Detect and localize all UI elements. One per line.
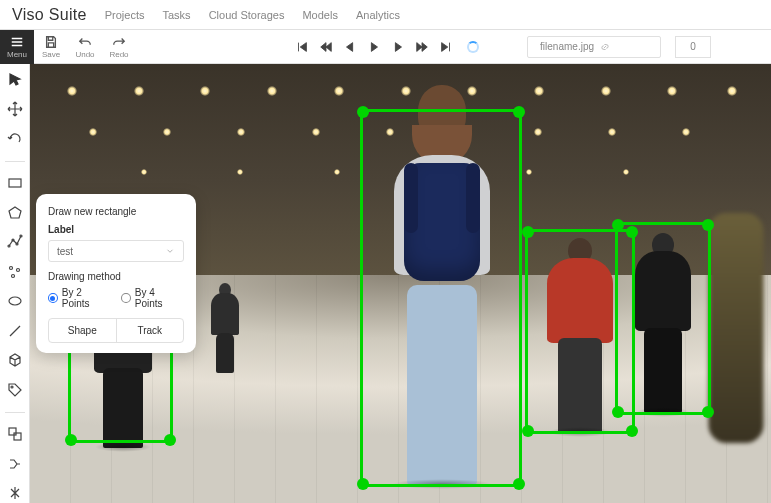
svg-rect-10 xyxy=(9,428,16,435)
svg-point-7 xyxy=(11,274,14,277)
undo-button[interactable]: Undo xyxy=(68,30,102,64)
fast-forward-icon xyxy=(415,40,429,54)
svg-point-8 xyxy=(9,297,21,305)
polyline-tool[interactable] xyxy=(5,233,25,253)
rewind-icon xyxy=(319,40,333,54)
radio-by-4-points[interactable]: By 4 Points xyxy=(121,287,184,309)
resize-handle-icon[interactable] xyxy=(164,434,176,446)
svg-rect-0 xyxy=(9,179,21,187)
resize-handle-icon[interactable] xyxy=(65,434,77,446)
nav-projects[interactable]: Projects xyxy=(105,9,145,21)
draw-rectangle-popup: Draw new rectangle Label test Drawing me… xyxy=(36,194,196,353)
last-frame-button[interactable] xyxy=(437,38,455,56)
menu-icon xyxy=(10,35,24,49)
undo-icon xyxy=(78,35,92,49)
merge-tool[interactable] xyxy=(5,454,25,474)
resize-handle-icon[interactable] xyxy=(357,478,369,490)
play-icon xyxy=(367,40,381,54)
group-tool[interactable] xyxy=(5,425,25,445)
rotate-icon xyxy=(7,131,23,147)
skip-last-icon xyxy=(439,40,453,54)
resize-handle-icon[interactable] xyxy=(357,106,369,118)
back-button[interactable] xyxy=(341,38,359,56)
step-back-icon xyxy=(343,40,357,54)
toolbar-separator xyxy=(5,412,25,413)
resize-handle-icon[interactable] xyxy=(702,219,714,231)
radio-dot-icon xyxy=(121,293,131,303)
radio-by-2-points[interactable]: By 2 Points xyxy=(48,287,111,309)
redo-button[interactable]: Redo xyxy=(102,30,136,64)
label-select[interactable]: test xyxy=(48,240,184,262)
cuboid-icon xyxy=(7,352,23,368)
move-tool[interactable] xyxy=(5,100,25,120)
left-toolbar xyxy=(0,64,30,503)
canvas[interactable]: Draw new rectangle Label test Drawing me… xyxy=(30,64,771,503)
nav-models[interactable]: Models xyxy=(302,9,337,21)
cursor-icon xyxy=(7,72,23,88)
skip-first-icon xyxy=(295,40,309,54)
move-icon xyxy=(7,101,23,117)
resize-handle-icon[interactable] xyxy=(513,106,525,118)
track-button[interactable]: Track xyxy=(117,319,184,342)
frame-number-input[interactable]: 0 xyxy=(675,36,711,58)
nav-cloud-storages[interactable]: Cloud Storages xyxy=(209,9,285,21)
brand: Viso Suite xyxy=(12,6,87,24)
forward-button[interactable] xyxy=(389,38,407,56)
svg-point-5 xyxy=(9,266,12,269)
chevron-down-icon xyxy=(165,246,175,256)
ellipse-icon xyxy=(7,293,23,309)
shape-button[interactable]: Shape xyxy=(49,319,117,342)
rotate-tool[interactable] xyxy=(5,129,25,149)
resize-handle-icon[interactable] xyxy=(626,425,638,437)
filename-display[interactable]: filename.jpg xyxy=(527,36,661,58)
rectangle-icon xyxy=(7,175,23,191)
label-heading: Label xyxy=(48,224,184,235)
resize-handle-icon[interactable] xyxy=(702,406,714,418)
tag-tool[interactable] xyxy=(5,380,25,400)
filename-text: filename.jpg xyxy=(540,41,594,52)
resize-handle-icon[interactable] xyxy=(522,425,534,437)
radio-label: By 2 Points xyxy=(62,287,111,309)
split-tool[interactable] xyxy=(5,484,25,504)
resize-handle-icon[interactable] xyxy=(612,219,624,231)
rectangle-tool[interactable] xyxy=(5,174,25,194)
first-frame-button[interactable] xyxy=(293,38,311,56)
resize-handle-icon[interactable] xyxy=(612,406,624,418)
nav-tasks[interactable]: Tasks xyxy=(163,9,191,21)
annotation-box[interactable] xyxy=(615,222,711,415)
top-nav: Viso Suite Projects Tasks Cloud Storages… xyxy=(0,0,771,30)
merge-icon xyxy=(7,456,23,472)
forward-many-button[interactable] xyxy=(413,38,431,56)
resize-handle-icon[interactable] xyxy=(522,226,534,238)
popup-buttons: Shape Track xyxy=(48,318,184,343)
polyline-icon xyxy=(7,234,23,250)
method-heading: Drawing method xyxy=(48,271,184,282)
toolbar-separator xyxy=(5,161,25,162)
line-icon xyxy=(7,323,23,339)
menu-label: Menu xyxy=(7,50,27,59)
popup-title: Draw new rectangle xyxy=(48,206,184,217)
drawing-method-radios: By 2 Points By 4 Points xyxy=(48,287,184,309)
menu-button[interactable]: Menu xyxy=(0,30,34,64)
playback-controls xyxy=(293,38,479,56)
main-area: Draw new rectangle Label test Drawing me… xyxy=(0,64,771,503)
play-button[interactable] xyxy=(365,38,383,56)
label-select-value: test xyxy=(57,246,73,257)
cursor-tool[interactable] xyxy=(5,70,25,90)
polygon-tool[interactable] xyxy=(5,203,25,223)
svg-rect-11 xyxy=(14,433,21,440)
redo-label: Redo xyxy=(109,50,128,59)
cuboid-tool[interactable] xyxy=(5,351,25,371)
radio-label: By 4 Points xyxy=(135,287,184,309)
undo-label: Undo xyxy=(75,50,94,59)
ellipse-tool[interactable] xyxy=(5,292,25,312)
save-button[interactable]: Save xyxy=(34,30,68,64)
nav-analytics[interactable]: Analytics xyxy=(356,9,400,21)
line-tool[interactable] xyxy=(5,321,25,341)
resize-handle-icon[interactable] xyxy=(513,478,525,490)
annotation-box[interactable] xyxy=(360,109,522,487)
points-tool[interactable] xyxy=(5,262,25,282)
nav-links: Projects Tasks Cloud Storages Models Ana… xyxy=(105,9,400,21)
group-icon xyxy=(7,426,23,442)
back-many-button[interactable] xyxy=(317,38,335,56)
